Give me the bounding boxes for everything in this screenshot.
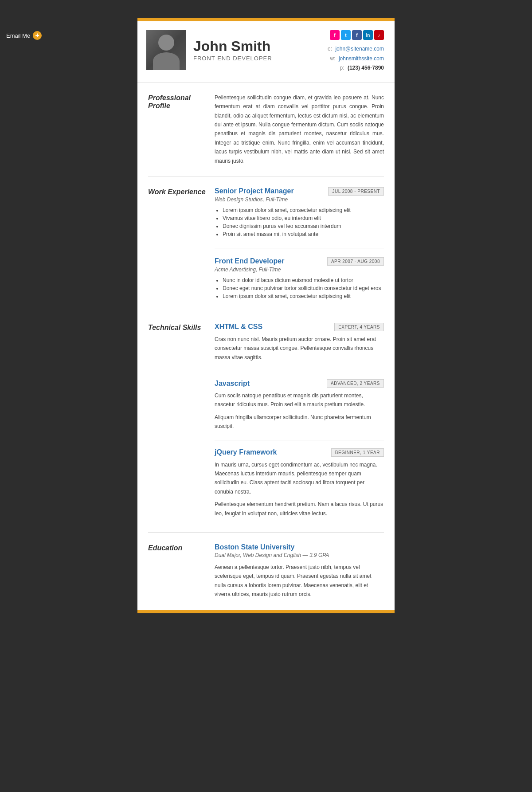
education-section: Education Boston State University Dual M… <box>148 533 384 610</box>
job-bullets-1: Lorem ipsum dolor sit amet, consectetur … <box>215 207 384 237</box>
work-experience-content: Senior Project Manager JUL 2008 - PRESEN… <box>215 187 384 301</box>
list-item: Donec eget nunc pulvinar tortor sollicit… <box>223 285 384 291</box>
skill-name-1: XHTML & CSS <box>215 323 262 331</box>
education-text: Aenean a pellentesque tortor. Praesent j… <box>215 563 384 599</box>
skill-level-3: BEGINNER, 1 YEAR <box>331 448 384 457</box>
job-company-1: Web Design Studios, Full-Time <box>215 196 384 203</box>
email-link[interactable]: john@sitename.com <box>335 46 384 52</box>
job-header-1: Senior Project Manager JUL 2008 - PRESEN… <box>215 187 384 196</box>
twitter-icon[interactable]: t <box>341 30 351 40</box>
list-item: Proin sit amet massa mi, in volutpat ant… <box>223 231 384 237</box>
contact-info: e: john@sitename.com w: johnsmithssite.c… <box>328 44 384 73</box>
job-entry-1: Senior Project Manager JUL 2008 - PRESEN… <box>215 187 384 237</box>
school-name: Boston State University <box>215 543 384 551</box>
social-icons: f t f in ♪ <box>328 30 384 40</box>
name-section: John Smith FRONT END DEVELOPER <box>193 39 272 62</box>
degree-info: Dual Major, Web Design and English — 3.9… <box>215 552 384 558</box>
job-entry-2: Front End Developer APR 2007 - AUG 2008 … <box>215 257 384 299</box>
job-date-2: APR 2007 - AUG 2008 <box>327 257 384 266</box>
list-item: Donec dignissim purus vel leo accumsan i… <box>223 223 384 229</box>
skill-separator-2 <box>215 440 384 440</box>
email-me-label: Email Me <box>6 32 30 39</box>
skill-header-1: XHTML & CSS EXPERT, 4 YEARS <box>215 323 384 331</box>
skill-text-2a: Cum sociis natoque penatibus et magnis d… <box>215 391 384 409</box>
skill-separator-1 <box>215 371 384 371</box>
skill-text-2b: Aliquam fringilla ullamcorper sollicitud… <box>215 413 384 431</box>
avatar-image <box>146 30 186 70</box>
content-area: Professional Profile Pellentesque sollic… <box>137 82 395 610</box>
person-title: FRONT END DEVELOPER <box>193 55 272 62</box>
website-label: w: <box>330 55 336 62</box>
technical-skills-title: Technical Skills <box>148 323 206 521</box>
phone-contact: p: (123) 456-7890 <box>328 63 384 73</box>
education-content: Boston State University Dual Major, Web … <box>215 543 384 599</box>
phone-number: (123) 456-7890 <box>348 65 384 71</box>
work-experience-title: Work Experience <box>148 187 206 301</box>
list-item: Lorem ipsum dolor sit amet, consectetur … <box>223 207 384 213</box>
list-item: Lorem ipsum dolor sit amet, consectetur … <box>223 293 384 299</box>
profile-section-title: Professional Profile <box>148 93 206 165</box>
flickr-icon[interactable]: f <box>330 30 340 40</box>
linkedin-icon[interactable]: in <box>363 30 373 40</box>
header-left: John Smith FRONT END DEVELOPER <box>146 30 272 70</box>
email-label: e: <box>328 46 332 52</box>
job-separator <box>215 248 384 248</box>
profile-text: Pellentesque sollicitudin congue diam, e… <box>215 93 384 165</box>
plus-icon: + <box>33 31 42 40</box>
job-title-1: Senior Project Manager <box>215 187 294 195</box>
work-experience-section: Work Experience Senior Project Manager J… <box>148 176 384 312</box>
skill-header-3: jQuery Framework BEGINNER, 1 YEAR <box>215 448 384 457</box>
technical-skills-content: XHTML & CSS EXPERT, 4 YEARS Cras non nun… <box>215 323 384 521</box>
skill-text-3b: Pellentesque elementum hendrerit pretium… <box>215 500 384 518</box>
skill-entry-1: XHTML & CSS EXPERT, 4 YEARS Cras non nun… <box>215 323 384 362</box>
lastfm-icon[interactable]: ♪ <box>374 30 384 40</box>
profile-section: Professional Profile Pellentesque sollic… <box>148 82 384 176</box>
job-company-2: Acme Advertising, Full-Time <box>215 267 384 273</box>
job-bullets-2: Nunc in dolor id lacus dictum euismod mo… <box>215 277 384 299</box>
phone-label: p: <box>340 65 344 71</box>
job-date-1: JUL 2008 - PRESENT <box>328 187 384 196</box>
technical-skills-section: Technical Skills XHTML & CSS EXPERT, 4 Y… <box>148 312 384 533</box>
avatar <box>146 30 186 70</box>
list-item: Vivamus vitae libero odio, eu interdum e… <box>223 215 384 221</box>
header-section: John Smith FRONT END DEVELOPER f t f in … <box>137 21 395 82</box>
skill-level-2: ADVANCED, 2 YEARS <box>327 379 384 388</box>
job-header-2: Front End Developer APR 2007 - AUG 2008 <box>215 257 384 266</box>
skill-text-3a: In mauris urna, cursus eget condimentum … <box>215 460 384 497</box>
skill-name-2: Javascript <box>215 380 250 388</box>
skill-text-1: Cras non nunc nisl. Mauris pretium aucto… <box>215 335 384 362</box>
list-item: Nunc in dolor id lacus dictum euismod mo… <box>223 277 384 283</box>
facebook-icon[interactable]: f <box>352 30 362 40</box>
skill-header-2: Javascript ADVANCED, 2 YEARS <box>215 379 384 388</box>
profile-content: Pellentesque sollicitudin congue diam, e… <box>215 93 384 165</box>
education-section-title: Education <box>148 543 206 599</box>
skill-entry-2: Javascript ADVANCED, 2 YEARS Cum sociis … <box>215 379 384 431</box>
website-link[interactable]: johnsmithssite.com <box>339 55 384 62</box>
header-right: f t f in ♪ e: john@sitename.com w: johns… <box>328 30 384 73</box>
skill-name-3: jQuery Framework <box>215 448 277 456</box>
skill-entry-3: jQuery Framework BEGINNER, 1 YEAR In mau… <box>215 448 384 518</box>
website-contact: w: johnsmithssite.com <box>328 54 384 64</box>
email-me-button[interactable]: Email Me + <box>0 27 48 43</box>
job-title-2: Front End Developer <box>215 257 284 265</box>
person-name: John Smith <box>193 39 272 54</box>
skill-level-1: EXPERT, 4 YEARS <box>334 323 384 331</box>
resume-card: John Smith FRONT END DEVELOPER f t f in … <box>137 18 395 613</box>
email-contact: e: john@sitename.com <box>328 44 384 54</box>
